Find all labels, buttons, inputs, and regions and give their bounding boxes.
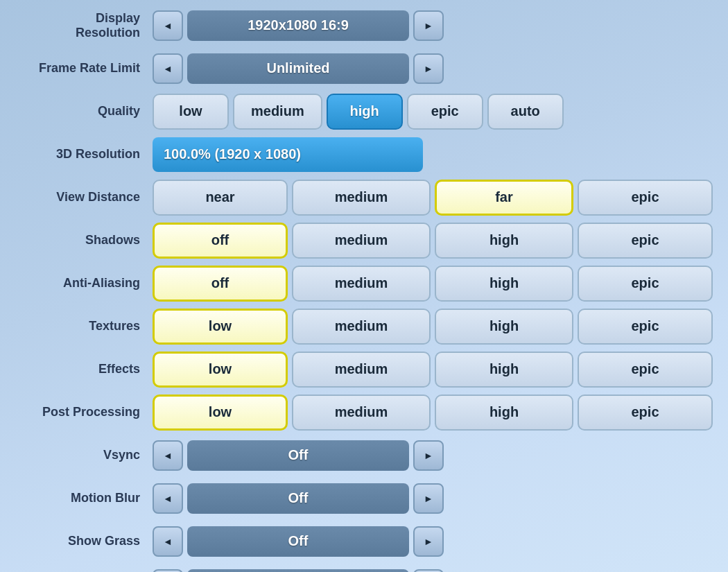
display-resolution-label: Display Resolution — [28, 11, 153, 40]
shadows-medium[interactable]: medium — [292, 223, 431, 259]
shadows-row: Shadows off medium high epic — [28, 222, 700, 259]
post-processing-group: low medium high epic — [153, 395, 713, 431]
show-grass-right-arrow[interactable]: ► — [413, 526, 444, 557]
view-distance-medium[interactable]: medium — [292, 180, 431, 216]
shadows-off[interactable]: off — [153, 223, 288, 259]
display-resolution-row: Display Resolution ◄ 1920x1080 16:9 ► — [28, 7, 700, 44]
textures-label: Textures — [28, 319, 153, 333]
motion-blur-left-arrow[interactable]: ◄ — [153, 483, 183, 514]
vsync-label: Vsync — [28, 448, 153, 462]
frame-rate-value: Unlimited — [187, 53, 409, 84]
post-processing-low[interactable]: low — [153, 395, 288, 431]
motion-blur-toggle: ◄ Off ► — [153, 483, 444, 514]
motion-blur-label: Motion Blur — [28, 491, 153, 505]
post-processing-high[interactable]: high — [435, 395, 573, 431]
shadows-epic[interactable]: epic — [578, 223, 713, 259]
show-grass-row: Show Grass ◄ Off ► — [28, 523, 700, 560]
post-processing-epic[interactable]: epic — [578, 395, 713, 431]
post-processing-row: Post Processing low medium high epic — [28, 394, 700, 431]
settings-panel: Window Mode ◄ Fullscreen ► Display Resol… — [14, 0, 714, 572]
textures-epic[interactable]: epic — [578, 309, 713, 345]
anti-aliasing-group: off medium high epic — [153, 266, 713, 302]
quality-btn-low[interactable]: low — [153, 94, 229, 130]
textures-medium[interactable]: medium — [292, 309, 431, 345]
textures-low[interactable]: low — [153, 309, 288, 345]
resolution-3d-value: 100.0% (1920 x 1080) — [153, 137, 423, 172]
frame-rate-limit-label: Frame Rate Limit — [28, 61, 153, 76]
vsync-toggle: ◄ Off ► — [153, 440, 444, 471]
view-distance-epic[interactable]: epic — [578, 180, 713, 216]
show-grass-label: Show Grass — [28, 534, 153, 548]
anti-aliasing-row: Anti-Aliasing off medium high epic — [28, 265, 700, 302]
vsync-left-arrow[interactable]: ◄ — [153, 440, 183, 471]
resolution-3d-label: 3D Resolution — [28, 147, 153, 162]
window-mode-row: Window Mode ◄ Fullscreen ► — [28, 0, 700, 1]
view-distance-row: View Distance near medium far epic — [28, 179, 700, 216]
shadows-label: Shadows — [28, 233, 153, 248]
show-fps-left-arrow[interactable]: ◄ — [153, 569, 183, 573]
shadows-group: off medium high epic — [153, 223, 713, 259]
frame-rate-limit-row: Frame Rate Limit ◄ Unlimited ► — [28, 50, 700, 87]
view-distance-far[interactable]: far — [435, 180, 573, 216]
effects-label: Effects — [28, 362, 153, 376]
anti-aliasing-label: Anti-Aliasing — [28, 276, 153, 291]
anti-aliasing-epic[interactable]: epic — [578, 266, 713, 302]
quality-btn-high[interactable]: high — [327, 94, 403, 130]
quality-btn-group: low medium high epic auto — [153, 94, 564, 130]
effects-low[interactable]: low — [153, 352, 288, 388]
view-distance-label: View Distance — [28, 190, 153, 205]
vsync-right-arrow[interactable]: ► — [413, 440, 444, 471]
effects-row: Effects low medium high epic — [28, 351, 700, 388]
quality-btn-medium[interactable]: medium — [233, 94, 322, 130]
quality-row: Quality low medium high epic auto — [28, 93, 700, 130]
motion-blur-value: Off — [187, 483, 409, 514]
show-fps-toggle: ◄ Off ► — [153, 569, 444, 573]
quality-label: Quality — [28, 104, 153, 119]
resolution-3d-row: 3D Resolution 100.0% (1920 x 1080) — [28, 136, 700, 173]
frame-rate-right-arrow[interactable]: ► — [413, 53, 444, 84]
textures-group: low medium high epic — [153, 309, 713, 345]
display-resolution-right-arrow[interactable]: ► — [413, 10, 444, 41]
show-fps-right-arrow[interactable]: ► — [413, 569, 444, 573]
anti-aliasing-medium[interactable]: medium — [292, 266, 431, 302]
display-resolution-spinner: ◄ 1920x1080 16:9 ► — [153, 10, 444, 41]
quality-btn-epic[interactable]: epic — [407, 94, 483, 130]
post-processing-label: Post Processing — [28, 405, 153, 419]
motion-blur-right-arrow[interactable]: ► — [413, 483, 444, 514]
shadows-high[interactable]: high — [435, 223, 573, 259]
textures-high[interactable]: high — [435, 309, 573, 345]
show-grass-toggle: ◄ Off ► — [153, 526, 444, 557]
display-resolution-value: 1920x1080 16:9 — [187, 10, 409, 41]
quality-btn-auto[interactable]: auto — [487, 94, 564, 130]
show-fps-row: Show FPS ◄ Off ► — [28, 566, 700, 573]
textures-row: Textures low medium high epic — [28, 308, 700, 345]
vsync-row: Vsync ◄ Off ► — [28, 437, 700, 474]
frame-rate-limit-spinner: ◄ Unlimited ► — [153, 53, 444, 84]
anti-aliasing-high[interactable]: high — [435, 266, 573, 302]
motion-blur-row: Motion Blur ◄ Off ► — [28, 480, 700, 517]
vsync-value: Off — [187, 440, 409, 471]
show-fps-value: Off — [187, 569, 409, 573]
effects-group: low medium high epic — [153, 352, 713, 388]
view-distance-near[interactable]: near — [153, 180, 288, 216]
effects-epic[interactable]: epic — [578, 352, 713, 388]
display-resolution-left-arrow[interactable]: ◄ — [153, 10, 183, 41]
show-grass-left-arrow[interactable]: ◄ — [153, 526, 183, 557]
show-grass-value: Off — [187, 526, 409, 557]
anti-aliasing-off[interactable]: off — [153, 266, 288, 302]
post-processing-medium[interactable]: medium — [292, 395, 431, 431]
effects-high[interactable]: high — [435, 352, 573, 388]
frame-rate-left-arrow[interactable]: ◄ — [153, 53, 183, 84]
effects-medium[interactable]: medium — [292, 352, 431, 388]
view-distance-group: near medium far epic — [153, 180, 713, 216]
